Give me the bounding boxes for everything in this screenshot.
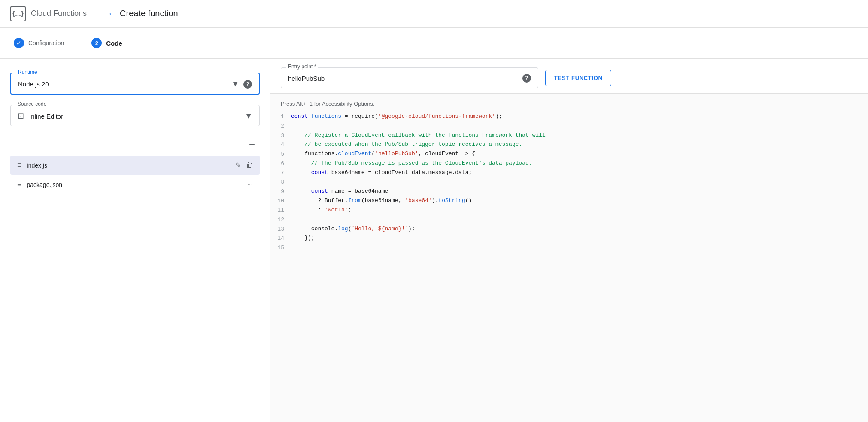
step-2: 2 Code [91,38,122,48]
right-top-bar: Entry point * helloPubSub ? TEST FUNCTIO… [270,59,868,93]
code-line-2: 2 [270,122,868,131]
file-name-package: package.json [27,181,242,188]
runtime-fieldset: Runtime Node.js 20 ▼ ? [10,73,260,95]
file-item-index-js[interactable]: ≡ index.js ✎ 🗑 [10,156,260,175]
runtime-label: Runtime [16,69,39,75]
header-divider [97,6,97,21]
runtime-help-icon[interactable]: ? [243,80,252,89]
runtime-value: Node.js 20 [18,80,231,88]
code-line-14: 14 }); [270,234,868,243]
code-line-3: 3 // Register a CloudEvent callback with… [270,131,868,141]
runtime-dropdown-icon[interactable]: ▼ [231,80,239,89]
add-file-button[interactable]: + [244,137,260,152]
runtime-group: Runtime Node.js 20 ▼ ? [10,73,260,95]
file-icon-package: ≡ [17,180,22,189]
page-title: Create function [120,9,178,18]
file-name-index: index.js [27,162,230,169]
code-line-10: 10 ? Buffer.from(base64name, 'base64').t… [270,196,868,206]
product-logo: {...} Cloud Functions [10,6,87,21]
delete-file-button[interactable]: 🗑 [246,161,253,169]
code-line-5: 5 functions.cloudEvent('helloPubSub', cl… [270,150,868,159]
add-file-area: + [10,133,260,156]
editor-area[interactable]: Press Alt+F1 for Accessibility Options. … [270,93,868,422]
test-function-button[interactable]: TEST FUNCTION [545,70,611,86]
file-actions-index: ✎ 🗑 [235,161,253,169]
step-2-num: 2 [91,38,102,48]
inline-editor-icon: ⊡ [18,111,24,121]
entry-point-row: helloPubSub ? [288,68,531,83]
entry-point-group: Entry point * helloPubSub ? [281,67,538,88]
code-line-11: 11 : 'World'; [270,206,868,215]
source-dropdown-icon[interactable]: ▼ [245,112,252,121]
entry-point-fieldset: Entry point * helloPubSub ? [281,67,538,88]
source-code-label: Source code [16,101,48,107]
right-panel: Entry point * helloPubSub ? TEST FUNCTIO… [270,59,868,422]
code-line-4: 4 // be executed when the Pub/Sub trigge… [270,140,868,150]
step-1-label: Configuration [28,40,64,46]
code-line-7: 7 const base64name = cloudEvent.data.mes… [270,168,868,178]
file-icon-index: ≡ [17,161,22,170]
step-2-label: Code [106,40,122,47]
step-line [71,43,85,43]
back-arrow[interactable]: ← [108,9,116,18]
source-code-row: ⊡ Inline Editor ▼ [18,105,252,121]
header-nav: ← Create function [108,9,178,18]
source-code-value: Inline Editor [29,113,240,120]
file-more-options[interactable]: ··· [247,181,253,189]
stepper: ✓ Configuration 2 Code [0,28,868,59]
logo-icon: {...} [10,6,26,21]
step-1: ✓ Configuration [14,38,64,48]
left-panel: Runtime Node.js 20 ▼ ? Source code ⊡ Inl… [0,59,270,422]
entry-point-label: Entry point * [286,64,318,70]
file-list: ≡ index.js ✎ 🗑 ≡ package.json ··· [10,156,260,194]
step-1-check: ✓ [14,38,24,48]
product-name: Cloud Functions [31,9,87,18]
code-line-9: 9 const name = base64name [270,187,868,196]
file-item-package-json[interactable]: ≡ package.json ··· [10,175,260,194]
code-line-6: 6 // The Pub/Sub message is passed as th… [270,159,868,168]
file-actions-package: ··· [247,181,253,189]
code-editor[interactable]: 1 const functions = require('@google-clo… [270,112,868,253]
source-code-fieldset: Source code ⊡ Inline Editor ▼ [10,105,260,126]
code-line-12: 12 [270,215,868,225]
entry-point-value: helloPubSub [288,75,518,82]
accessibility-hint: Press Alt+F1 for Accessibility Options. [270,97,868,112]
code-line-8: 8 [270,178,868,187]
edit-file-button[interactable]: ✎ [235,161,241,169]
main-content: Runtime Node.js 20 ▼ ? Source code ⊡ Inl… [0,59,868,422]
code-line-13: 13 console.log(`Hello, ${name}!`); [270,225,868,234]
code-line-15: 15 [270,243,868,253]
entry-point-help-icon[interactable]: ? [522,74,531,83]
header: {...} Cloud Functions ← Create function [0,0,868,28]
code-line-1: 1 const functions = require('@google-clo… [270,112,868,122]
runtime-row: Node.js 20 ▼ ? [18,73,252,89]
